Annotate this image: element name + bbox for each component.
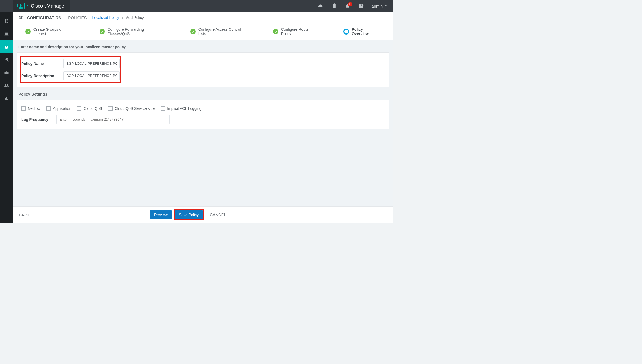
help-icon[interactable] bbox=[358, 3, 364, 9]
step-route[interactable]: Configure Route Policy bbox=[273, 27, 320, 36]
check-icon bbox=[273, 29, 278, 34]
svg-rect-8 bbox=[27, 5, 28, 6]
step-acl[interactable]: Configure Access Control Lists bbox=[190, 27, 249, 36]
sidebar-item-monitor[interactable] bbox=[0, 28, 13, 40]
breadcrumb-current: Add Policy bbox=[126, 15, 144, 20]
sidebar bbox=[0, 12, 13, 223]
check-icon bbox=[25, 29, 31, 34]
svg-rect-3 bbox=[20, 4, 21, 7]
page-subtitle: POLICIES bbox=[65, 15, 87, 20]
top-icons: 11 admin bbox=[318, 3, 393, 9]
svg-rect-7 bbox=[26, 4, 26, 7]
cloud-icon[interactable] bbox=[318, 3, 324, 9]
chk-netflow-box[interactable] bbox=[21, 106, 26, 111]
page-header: CONFIGURATION POLICIES Localized Policy … bbox=[13, 12, 393, 23]
policy-settings-heading: Policy Settings bbox=[17, 87, 389, 100]
breadcrumb: Localized Policy › Add Policy bbox=[92, 15, 144, 20]
section-intro: Enter name and description for your loca… bbox=[17, 44, 389, 52]
sidebar-item-dashboard[interactable] bbox=[0, 15, 13, 28]
chk-application[interactable]: Application bbox=[46, 106, 72, 111]
sidebar-item-maintenance[interactable] bbox=[0, 66, 13, 79]
checkbox-row: Netflow Application Cloud QoS Cloud QoS … bbox=[21, 105, 385, 115]
chk-cloud-qos-service[interactable]: Cloud QoS Service side bbox=[108, 106, 155, 111]
sidebar-item-configuration[interactable] bbox=[0, 40, 13, 53]
chk-cloud-qos-service-box[interactable] bbox=[108, 106, 113, 111]
notification-badge: 11 bbox=[348, 2, 352, 6]
policy-info-card: Policy Name Policy Description bbox=[17, 52, 389, 87]
policy-name-label: Policy Name bbox=[21, 62, 56, 66]
wizard-steps: Create Groups of Interest Configure Forw… bbox=[13, 23, 393, 40]
sidebar-item-tools[interactable] bbox=[0, 53, 13, 66]
cancel-button[interactable]: CANCEL bbox=[206, 210, 230, 219]
brand: CISCO Cisco vManage bbox=[13, 0, 70, 12]
body: Enter name and description for your loca… bbox=[13, 40, 393, 206]
svg-rect-1 bbox=[17, 4, 18, 7]
svg-rect-5 bbox=[23, 4, 23, 7]
chk-implicit-acl-box[interactable] bbox=[161, 106, 165, 111]
highlight-box: Policy Name Policy Description bbox=[21, 57, 120, 82]
bell-icon[interactable]: 11 bbox=[345, 3, 351, 9]
svg-rect-4 bbox=[22, 5, 22, 6]
log-frequency-label: Log Frequency bbox=[21, 117, 51, 122]
gear-icon bbox=[18, 15, 23, 21]
hamburger-icon bbox=[4, 4, 9, 8]
user-menu[interactable]: admin bbox=[372, 4, 387, 8]
chk-cloud-qos-box[interactable] bbox=[77, 106, 81, 111]
page-title: CONFIGURATION bbox=[27, 15, 62, 20]
user-name: admin bbox=[372, 4, 383, 8]
topbar: CISCO Cisco vManage 11 admin bbox=[0, 0, 393, 12]
breadcrumb-link[interactable]: Localized Policy bbox=[92, 15, 119, 20]
sidebar-item-analytics[interactable] bbox=[0, 92, 13, 105]
policy-desc-input[interactable] bbox=[63, 71, 120, 80]
highlight-save: Save Policy bbox=[175, 210, 203, 219]
policy-desc-label: Policy Description bbox=[21, 74, 56, 78]
save-policy-button[interactable]: Save Policy bbox=[175, 210, 203, 219]
check-icon bbox=[190, 29, 196, 34]
preview-button[interactable]: Preview bbox=[150, 210, 172, 219]
footer: BACK Preview Save Policy CANCEL bbox=[13, 206, 393, 223]
chevron-right-icon: › bbox=[122, 15, 123, 20]
policy-desc-row: Policy Description bbox=[21, 70, 120, 82]
back-button[interactable]: BACK bbox=[19, 213, 30, 217]
menu-toggle[interactable] bbox=[0, 0, 13, 12]
log-frequency-input[interactable] bbox=[56, 115, 170, 124]
cisco-logo-icon: CISCO bbox=[16, 2, 28, 10]
check-icon bbox=[100, 29, 105, 34]
log-frequency-row: Log Frequency bbox=[21, 115, 385, 124]
chk-implicit-acl[interactable]: Implicit ACL Logging bbox=[161, 106, 201, 111]
chk-cloud-qos[interactable]: Cloud QoS bbox=[77, 106, 102, 111]
step-groups[interactable]: Create Groups of Interest bbox=[25, 27, 76, 36]
chk-netflow[interactable]: Netflow bbox=[21, 106, 40, 111]
svg-text:CISCO: CISCO bbox=[19, 7, 25, 9]
chevron-down-icon bbox=[384, 5, 387, 7]
chk-application-box[interactable] bbox=[46, 106, 51, 111]
current-step-icon bbox=[343, 29, 349, 35]
clipboard-icon[interactable] bbox=[331, 3, 337, 9]
policy-name-input[interactable] bbox=[63, 59, 120, 68]
sidebar-item-administration[interactable] bbox=[0, 79, 13, 92]
policy-settings-card: Netflow Application Cloud QoS Cloud QoS … bbox=[17, 100, 389, 129]
svg-rect-0 bbox=[16, 5, 16, 6]
brand-title: Cisco vManage bbox=[31, 3, 64, 9]
step-qos[interactable]: Configure Forwarding Classes/QoS bbox=[100, 27, 167, 36]
step-overview[interactable]: Policy Overview bbox=[343, 27, 381, 36]
policy-name-row: Policy Name bbox=[21, 57, 120, 70]
